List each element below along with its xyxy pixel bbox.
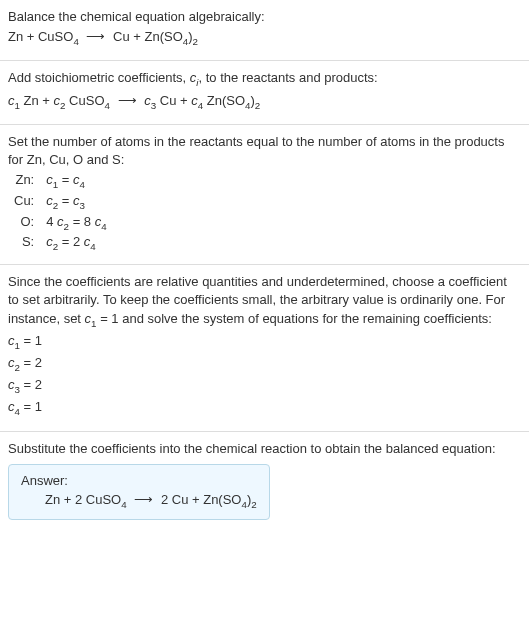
atom-balance-table: Zn:c1 = c4Cu:c2 = c3O:4 c2 = 8 c4S:c2 = … xyxy=(8,171,113,254)
solve-results: c1 = 1c2 = 2c3 = 2c4 = 1 xyxy=(8,332,521,419)
table-row: Cu:c2 = c3 xyxy=(8,192,113,213)
balance-title: Balance the chemical equation algebraica… xyxy=(8,8,521,26)
solve-text: Since the coefficients are relative quan… xyxy=(8,273,521,330)
element-equation: c2 = c3 xyxy=(40,192,112,213)
element-equation: 4 c2 = 8 c4 xyxy=(40,213,112,234)
reaction-arrow: ⟶ xyxy=(82,28,109,46)
balanced-equation: Zn + 2 CuSO4 ⟶ 2 Cu + Zn(SO4)2 xyxy=(21,492,257,510)
subscript: 4 xyxy=(73,36,78,47)
element-label: O: xyxy=(8,213,40,234)
section-solve: Since the coefficients are relative quan… xyxy=(0,265,529,432)
reaction-arrow: ⟶ xyxy=(114,92,141,110)
answer-label: Answer: xyxy=(21,473,257,488)
text: , to the reactants and products: xyxy=(199,70,378,85)
eq-text: Cu + Zn(SO xyxy=(113,29,183,44)
coefficient-value: c3 = 2 xyxy=(8,376,521,396)
element-label: Zn: xyxy=(8,171,40,192)
coeff-equation: c1 Zn + c2 CuSO4 ⟶ c3 Cu + c4 Zn(SO4)2 xyxy=(8,92,521,112)
section-atom-balance: Set the number of atoms in the reactants… xyxy=(0,125,529,265)
table-row: O:4 c2 = 8 c4 xyxy=(8,213,113,234)
coefficient-value: c2 = 2 xyxy=(8,354,521,374)
answer-box: Answer: Zn + 2 CuSO4 ⟶ 2 Cu + Zn(SO4)2 xyxy=(8,464,270,521)
add-coeff-title: Add stoichiometric coefficients, ci, to … xyxy=(8,69,521,89)
unbalanced-equation: Zn + CuSO4 ⟶ Cu + Zn(SO4)2 xyxy=(8,28,521,48)
subscript: 2 xyxy=(255,99,260,110)
text: CuSO xyxy=(65,93,104,108)
element-equation: c1 = c4 xyxy=(40,171,112,192)
eq-text: Zn + CuSO xyxy=(8,29,73,44)
section-balance-intro: Balance the chemical equation algebraica… xyxy=(0,0,529,61)
text: = 1 and solve the system of equations fo… xyxy=(97,311,492,326)
subscript: 2 xyxy=(251,498,256,509)
text: Zn + xyxy=(20,93,54,108)
coefficient-value: c4 = 1 xyxy=(8,398,521,418)
subscript: 2 xyxy=(193,36,198,47)
text: Cu + xyxy=(156,93,191,108)
element-equation: c2 = 2 c4 xyxy=(40,233,112,254)
element-label: S: xyxy=(8,233,40,254)
text: Add stoichiometric coefficients, xyxy=(8,70,190,85)
eq-text: Zn + 2 CuSO xyxy=(45,492,121,507)
subscript: 4 xyxy=(121,498,126,509)
coefficient-value: c1 = 1 xyxy=(8,332,521,352)
atom-balance-title: Set the number of atoms in the reactants… xyxy=(8,133,521,169)
table-row: Zn:c1 = c4 xyxy=(8,171,113,192)
substitute-title: Substitute the coefficients into the che… xyxy=(8,440,521,458)
table-row: S:c2 = 2 c4 xyxy=(8,233,113,254)
section-add-coefficients: Add stoichiometric coefficients, ci, to … xyxy=(0,61,529,124)
section-answer: Substitute the coefficients into the che… xyxy=(0,432,529,531)
text: Zn(SO xyxy=(203,93,245,108)
element-label: Cu: xyxy=(8,192,40,213)
eq-text: 2 Cu + Zn(SO xyxy=(161,492,242,507)
subscript: 4 xyxy=(105,99,110,110)
reaction-arrow: ⟶ xyxy=(130,492,157,507)
